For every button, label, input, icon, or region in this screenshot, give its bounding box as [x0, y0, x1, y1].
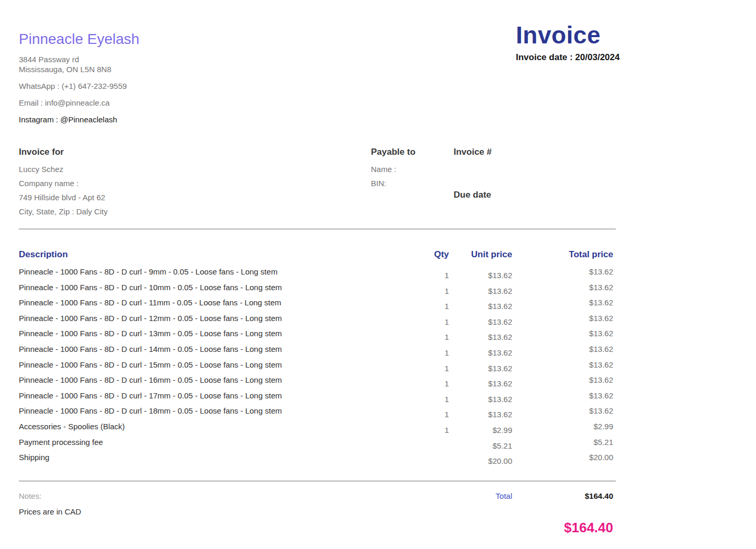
row-qty: 1: [418, 426, 449, 435]
table-row: Pinneacle - 1000 Fans - 8D - D curl - 17…: [19, 391, 613, 407]
total-label: Total: [449, 491, 512, 501]
row-description: Pinneacle - 1000 Fans - 8D - D curl - 10…: [19, 283, 418, 292]
table-row: Pinneacle - 1000 Fans - 8D - D curl - 9m…: [19, 267, 613, 283]
table-row: Accessories - Spoolies (Black) 1 $2.99 $…: [19, 422, 613, 438]
row-description: Pinneacle - 1000 Fans - 8D - D curl - 16…: [19, 375, 418, 385]
row-total-price: $13.62: [512, 298, 613, 307]
invoice-title: Invoice: [516, 21, 619, 49]
row-description: Pinneacle - 1000 Fans - 8D - D curl - 11…: [19, 298, 418, 307]
invoice-title-block: Invoice Invoice date : 20/03/2024: [516, 21, 619, 63]
table-rows: Pinneacle - 1000 Fans - 8D - D curl - 9m…: [19, 267, 613, 468]
row-unit-price: $13.62: [449, 379, 512, 388]
row-unit-price: $13.62: [449, 348, 512, 358]
notes-label: Notes:: [19, 491, 418, 501]
row-description: Pinneacle - 1000 Fans - 8D - D curl - 12…: [19, 314, 418, 323]
row-total-price: $2.99: [512, 422, 613, 431]
table-row: Pinneacle - 1000 Fans - 8D - D curl - 13…: [19, 329, 613, 345]
row-total-price: $13.62: [512, 345, 613, 354]
payable-to-heading: Payable to: [371, 147, 415, 157]
table-row: Pinneacle - 1000 Fans - 8D - D curl - 18…: [19, 406, 613, 422]
table-bottom-divider: [19, 481, 616, 482]
row-qty: 1: [418, 287, 449, 296]
row-description: Pinneacle - 1000 Fans - 8D - D curl - 13…: [19, 329, 418, 338]
invoice-date: Invoice date : 20/03/2024: [516, 52, 619, 63]
header-description: Description: [19, 249, 418, 260]
row-unit-price: $13.62: [449, 287, 512, 296]
table-row: Pinneacle - 1000 Fans - 8D - D curl - 14…: [19, 345, 613, 360]
row-qty: 1: [418, 364, 449, 373]
customer-city: City, State, Zip : Daly City: [19, 204, 108, 219]
table-row: Pinneacle - 1000 Fans - 8D - D curl - 10…: [19, 283, 613, 299]
table-top-divider: [19, 228, 616, 230]
row-unit-price: $5.21: [449, 441, 512, 451]
row-total-price: $20.00: [512, 453, 613, 462]
row-unit-price: $20.00: [449, 456, 512, 466]
row-total-price: $5.21: [512, 438, 613, 447]
row-qty: 1: [418, 395, 449, 404]
row-qty: 1: [418, 410, 449, 419]
row-total-price: $13.62: [512, 283, 613, 292]
table-row: Pinneacle - 1000 Fans - 8D - D curl - 11…: [19, 298, 613, 314]
row-total-price: $13.62: [512, 267, 613, 277]
invoice-number-heading: Invoice #: [454, 147, 492, 157]
invoice-page: Pinneacle Eyelash 3844 Passway rd Missis…: [0, 0, 756, 549]
seller-header: Pinneacle Eyelash 3844 Passway rd Missis…: [19, 30, 139, 124]
grand-total: $164.40: [19, 520, 613, 536]
row-unit-price: $2.99: [449, 426, 512, 435]
invoice-for-heading: Invoice for: [19, 147, 108, 157]
row-description: Pinneacle - 1000 Fans - 8D - D curl - 18…: [19, 406, 418, 416]
row-total-price: $13.62: [512, 329, 613, 338]
table-row: Pinneacle - 1000 Fans - 8D - D curl - 16…: [19, 375, 613, 391]
row-total-price: $13.62: [512, 360, 613, 370]
invoice-for-section: Invoice for Luccy Schez Company name : 7…: [19, 147, 108, 219]
row-qty: 1: [418, 379, 449, 388]
row-total-price: $13.62: [512, 375, 613, 385]
row-qty: 1: [418, 302, 449, 311]
row-total-price: $13.62: [512, 391, 613, 401]
table-row: Pinneacle - 1000 Fans - 8D - D curl - 12…: [19, 314, 613, 329]
row-total-price: $13.62: [512, 406, 613, 416]
payable-name: Name :: [371, 162, 415, 176]
header-unit-price: Unit price: [449, 249, 512, 260]
row-qty: 1: [418, 317, 449, 327]
row-unit-price: $13.62: [449, 410, 512, 419]
payable-to-section: Payable to Name : BIN:: [371, 147, 415, 190]
seller-instagram: Instagram : @Pinneaclelash: [19, 115, 139, 124]
row-qty: 1: [418, 333, 449, 342]
row-description: Pinneacle - 1000 Fans - 8D - D curl - 15…: [19, 360, 418, 370]
seller-whatsapp: WhatsApp : (+1) 647-232-9559: [19, 81, 139, 91]
row-qty: 1: [418, 271, 449, 280]
table-row: Shipping $20.00 $20.00: [19, 453, 613, 468]
row-unit-price: $13.62: [449, 302, 512, 311]
row-unit-price: $13.62: [449, 364, 512, 373]
row-description: Pinneacle - 1000 Fans - 8D - D curl - 9m…: [19, 267, 418, 277]
row-unit-price: $13.62: [449, 271, 512, 280]
row-description: Payment processing fee: [19, 438, 418, 447]
totals-row: Notes: Total $164.40: [19, 491, 613, 501]
row-unit-price: $13.62: [449, 395, 512, 404]
row-description: Pinneacle - 1000 Fans - 8D - D curl - 14…: [19, 345, 418, 354]
header-qty: Qty: [418, 249, 449, 260]
row-description: Pinneacle - 1000 Fans - 8D - D curl - 17…: [19, 391, 418, 401]
row-description: Shipping: [19, 453, 418, 462]
table-row: Pinneacle - 1000 Fans - 8D - D curl - 15…: [19, 360, 613, 376]
header-total-price: Total price: [512, 249, 613, 260]
total-value: $164.40: [512, 491, 613, 501]
customer-company: Company name :: [19, 176, 108, 190]
table-row: Payment processing fee $5.21 $5.21: [19, 438, 613, 453]
payable-bin: BIN:: [371, 176, 415, 190]
row-description: Accessories - Spoolies (Black): [19, 422, 418, 431]
seller-email: Email : info@pinneacle.ca: [19, 98, 139, 108]
row-unit-price: $13.62: [449, 333, 512, 342]
currency-note: Prices are in CAD: [19, 507, 81, 516]
seller-address-line2: Mississauga, ON L5N 8N8: [19, 64, 139, 74]
row-qty: 1: [418, 348, 449, 358]
brand-name: Pinneacle Eyelash: [19, 30, 139, 48]
row-total-price: $13.62: [512, 314, 613, 323]
customer-address: 749 Hillside blvd - Apt 62: [19, 190, 108, 204]
seller-address-line1: 3844 Passway rd: [19, 54, 139, 64]
customer-name: Luccy Schez: [19, 162, 108, 176]
due-date-heading: Due date: [454, 190, 492, 200]
invoice-meta-section: Invoice # Due date: [454, 147, 492, 200]
items-table-header: Description Qty Unit price Total price: [19, 249, 613, 260]
